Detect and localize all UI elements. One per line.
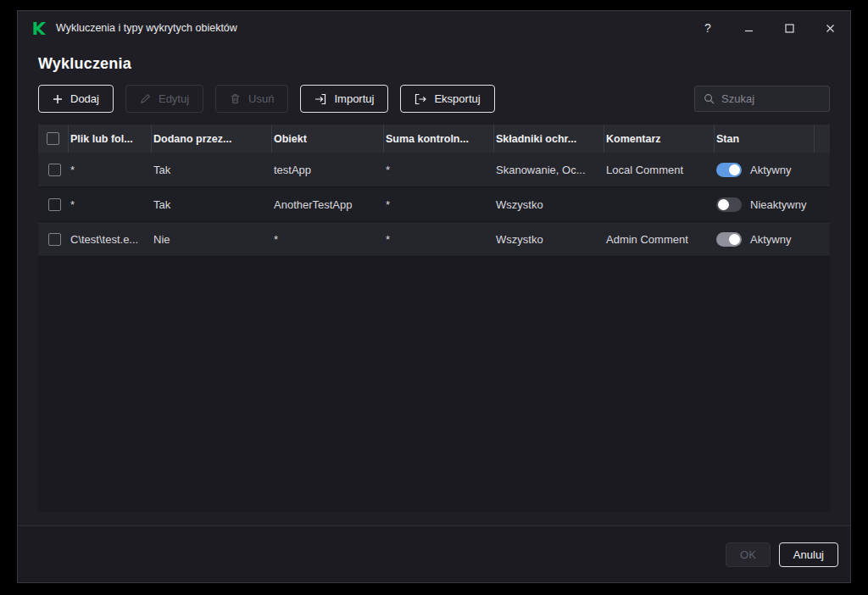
select-all-checkbox[interactable] (47, 132, 59, 145)
ok-button[interactable]: OK (726, 542, 771, 567)
page-title: Wykluczenia (38, 55, 830, 73)
state-label: Aktywny (750, 164, 791, 176)
exclusions-table: Plik lub fol... Dodano przez... Obiekt S… (38, 125, 830, 512)
table-row[interactable]: * Tak AnotherTestApp * Wszystko Nieaktyw… (38, 187, 830, 222)
pencil-icon (140, 93, 151, 104)
maximize-button[interactable] (769, 11, 810, 45)
column-header-state[interactable]: Stan (715, 125, 815, 153)
row-checkbox[interactable] (48, 164, 61, 176)
export-button[interactable]: Eksportuj (400, 85, 494, 113)
minimize-icon (744, 24, 754, 33)
maximize-icon (785, 24, 794, 33)
search-box (694, 86, 830, 112)
state-toggle[interactable] (716, 197, 742, 212)
state-label: Aktywny (750, 233, 791, 246)
column-header-object[interactable]: Obiekt (272, 125, 384, 153)
delete-button[interactable]: Usuń (215, 85, 288, 113)
cell-components: Skanowanie, Oc... (494, 164, 604, 176)
edit-button[interactable]: Edytuj (125, 85, 203, 113)
import-button[interactable]: Importuj (300, 85, 388, 113)
import-button-label: Importuj (334, 92, 374, 105)
edit-button-label: Edytuj (159, 92, 189, 105)
import-icon (314, 93, 326, 105)
toggle-knob (729, 164, 740, 175)
cell-file: C\test\test.e... (69, 233, 152, 246)
row-checkbox[interactable] (48, 233, 61, 246)
cell-comment: Local Comment (604, 164, 715, 176)
table-header-row: Plik lub fol... Dodano przez... Obiekt S… (38, 125, 830, 153)
cell-checksum: * (384, 198, 494, 211)
cell-state: Aktywny (715, 163, 815, 177)
cell-object: testApp (272, 164, 384, 176)
cell-object: AnotherTestApp (272, 198, 384, 211)
column-header-file[interactable]: Plik lub fol... (69, 125, 152, 153)
delete-button-label: Usuń (248, 92, 274, 105)
search-icon (704, 93, 715, 104)
cell-checksum: * (384, 164, 494, 176)
cancel-button[interactable]: Anuluj (779, 542, 838, 567)
title-bar: Wykluczenia i typy wykrytych obiektów ? (18, 11, 850, 45)
column-header-added-by[interactable]: Dodano przez... (152, 125, 272, 153)
window-controls: ? (687, 11, 850, 45)
cell-state: Nieaktywny (715, 197, 815, 212)
toolbar: Dodaj Edytuj Usuń Importuj Eksportuj (38, 85, 830, 113)
select-all-checkbox-cell (38, 125, 69, 153)
cell-added-by: Tak (152, 198, 272, 211)
close-icon (826, 24, 835, 33)
window-title: Wykluczenia i typy wykrytych obiektów (56, 22, 237, 34)
column-header-components[interactable]: Składniki ochr... (494, 125, 604, 153)
cell-components: Wszystko (494, 198, 604, 211)
kaspersky-logo-icon (31, 20, 47, 36)
plus-icon (53, 94, 63, 104)
cell-file: * (69, 164, 152, 176)
toggle-knob (729, 234, 740, 245)
toggle-knob (718, 199, 729, 210)
trash-icon (230, 93, 241, 104)
add-button[interactable]: Dodaj (38, 85, 114, 113)
add-button-label: Dodaj (70, 92, 99, 105)
export-button-label: Eksportuj (434, 92, 480, 105)
cell-components: Wszystko (494, 233, 604, 246)
minimize-button[interactable] (728, 11, 769, 45)
close-button[interactable] (810, 11, 850, 45)
content-area: Wykluczenia Dodaj Edytuj Usuń Importuj (18, 45, 850, 525)
cell-added-by: Nie (152, 233, 272, 246)
column-header-checksum[interactable]: Suma kontroln... (384, 125, 494, 153)
footer-bar: OK Anuluj (18, 525, 850, 582)
row-checkbox[interactable] (48, 198, 61, 211)
cell-file: * (69, 198, 152, 211)
export-icon (415, 93, 426, 105)
search-input[interactable] (721, 92, 821, 105)
table-header-stub (815, 125, 830, 153)
app-window: Wykluczenia i typy wykrytych obiektów ? … (17, 10, 851, 583)
cell-comment: Admin Comment (604, 233, 715, 246)
help-button[interactable]: ? (687, 11, 728, 45)
cell-state: Aktywny (715, 232, 815, 247)
state-toggle[interactable] (716, 232, 742, 247)
cell-object: * (272, 233, 384, 246)
state-label: Nieaktywny (750, 198, 806, 211)
column-header-comment[interactable]: Komentarz (604, 125, 715, 153)
table-empty-area (38, 257, 830, 512)
table-row[interactable]: * Tak testApp * Skanowanie, Oc... Local … (38, 153, 830, 187)
table-row[interactable]: C\test\test.e... Nie * * Wszystko Admin … (38, 222, 830, 257)
screen: Wykluczenia i typy wykrytych obiektów ? … (0, 0, 868, 595)
state-toggle[interactable] (716, 163, 742, 177)
cell-checksum: * (384, 233, 494, 246)
cell-added-by: Tak (152, 164, 272, 176)
